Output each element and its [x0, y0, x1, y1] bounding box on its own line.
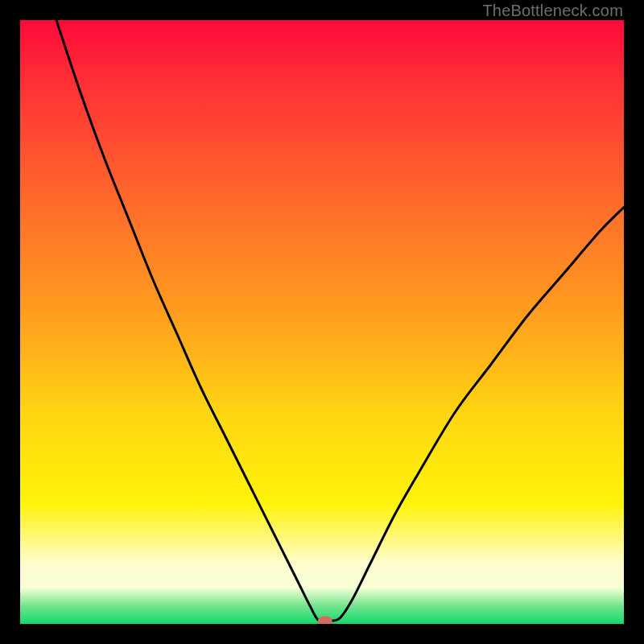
- watermark-text: TheBottleneck.com: [482, 2, 623, 20]
- optimum-marker: [318, 616, 332, 624]
- plot-area: [20, 20, 624, 624]
- curve-path: [56, 20, 624, 622]
- chart-frame: TheBottleneck.com: [0, 0, 644, 644]
- bottleneck-curve: [20, 20, 624, 624]
